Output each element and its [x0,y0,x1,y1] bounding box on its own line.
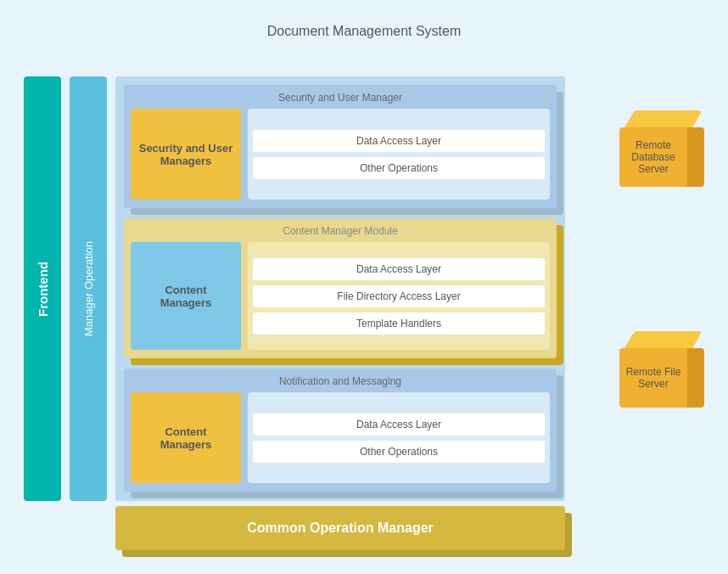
security-op-1: Data Access Layer [253,130,545,152]
security-op-2: Other Operations [253,157,545,179]
frontend-bar: Frontend [24,76,61,501]
notif-module-content: ContentManagers Data Access Layer Other … [131,392,550,483]
common-op-bar: Common Operation Manager [115,506,565,550]
content-module-title: Content Manager Module [131,225,550,237]
remote-file-label: Remote FileServer [626,366,681,390]
remote-db-top [624,110,703,127]
notif-manager-box: ContentManagers [131,392,241,483]
remote-db-front: RemoteDatabaseServer [619,127,687,187]
security-module-wrapper: Security and User Manager Security and U… [124,85,557,208]
security-module-title: Security and User Manager [131,92,550,104]
content-module-content: ContentManagers Data Access Layer File D… [131,242,550,350]
content-op-2: File Directory Access Layer [253,285,545,307]
content-operations-box: Data Access Layer File Directory Access … [248,242,550,350]
content-area: Security and User Manager Security and U… [115,76,565,501]
content-op-3: Template Handlers [253,312,545,335]
notif-op-1: Data Access Layer [253,414,545,436]
remote-file-front: Remote FileServer [619,348,687,408]
content-manager-label: ContentManagers [160,284,212,309]
remote-file-container: Remote FileServer [619,331,704,408]
content-module-wrapper: Content Manager Module ContentManagers D… [124,218,557,358]
notif-manager-label: ContentManagers [160,425,212,451]
remote-db-label: RemoteDatabaseServer [631,139,675,175]
remote-file-top [624,331,703,348]
security-module-content: Security and UserManagers Data Access La… [131,109,550,200]
notif-op-2: Other Operations [253,441,545,463]
main-container: Document Management System Frontend Mana… [0,0,728,574]
notif-module-wrapper: Notification and Messaging ContentManage… [124,369,557,492]
remote-db-container: RemoteDatabaseServer [619,110,704,187]
security-operations-box: Data Access Layer Other Operations [248,109,550,200]
manager-operation-label: Manager Operation [82,241,95,336]
notif-module: Notification and Messaging ContentManage… [124,369,557,492]
content-op-1: Data Access Layer [253,258,545,280]
security-manager-box: Security and UserManagers [131,109,241,200]
remote-file-box: Remote FileServer [619,331,704,408]
content-module: Content Manager Module ContentManagers D… [124,218,557,358]
frontend-label: Frontend [36,262,50,317]
remote-file-side [686,348,704,408]
remote-db-box: RemoteDatabaseServer [619,110,704,187]
security-module: Security and User Manager Security and U… [124,85,557,208]
common-op-label: Common Operation Manager [247,521,434,536]
content-manager-box: ContentManagers [131,242,241,350]
diagram-title: Document Management System [267,24,462,39]
manager-operation-bar: Manager Operation [70,76,107,501]
notif-module-title: Notification and Messaging [131,375,550,387]
notif-operations-box: Data Access Layer Other Operations [248,392,550,483]
security-manager-label: Security and UserManagers [139,142,233,167]
remote-db-side [686,127,704,187]
